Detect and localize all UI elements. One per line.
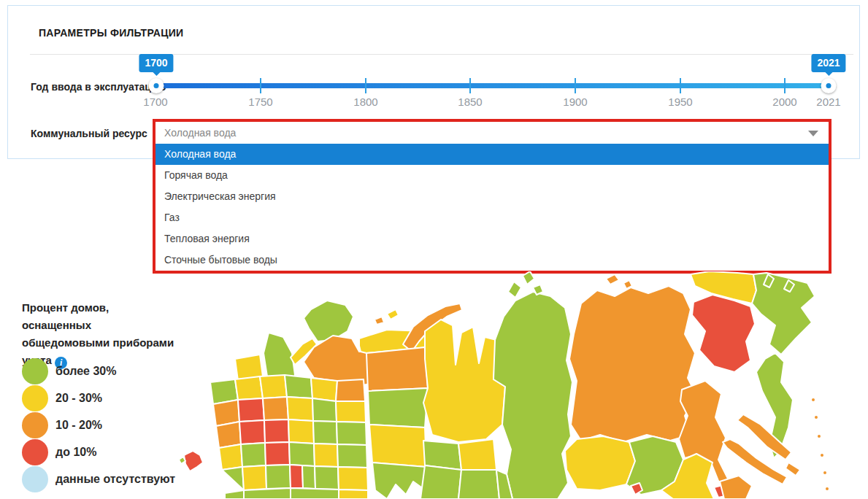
map-region[interactable] [493,292,572,499]
slider-tick [260,78,261,93]
map-region[interactable] [786,463,800,476]
map-region[interactable] [265,442,290,465]
slider-track[interactable] [155,83,829,88]
legend-swatch [22,439,48,465]
legend-label: более 30% [55,358,116,384]
map-region[interactable] [314,444,338,467]
map-region[interactable] [244,488,291,499]
map-region[interactable] [369,425,426,467]
dropdown-option[interactable]: Сточные бытовые воды [155,250,829,271]
map-region[interactable] [339,490,368,499]
map-region[interactable] [311,378,337,401]
legend-swatch [22,412,48,438]
map-region[interactable] [337,444,367,468]
map-region[interactable] [606,274,619,285]
legend-label: 10 - 20% [55,412,102,438]
map-region[interactable] [260,375,287,398]
map-region[interactable] [290,465,303,488]
map-region[interactable] [291,488,339,499]
map-region[interactable] [238,398,264,422]
map-region[interactable] [523,271,534,285]
map-region[interactable] [239,420,265,444]
dropdown-option[interactable]: Тепловая энергия [155,228,829,250]
map-region[interactable] [336,401,366,422]
legend-label: до 10% [55,439,96,465]
panel-title: ПАРАМЕТРЫ ФИЛЬТРАЦИИ [39,27,183,39]
resource-select-value: Холодная вода [164,122,236,144]
dropdown-option[interactable]: Горячая вода [155,165,829,186]
map-region[interactable] [285,375,312,398]
map-region[interactable] [368,388,428,428]
map-region[interactable] [312,398,337,422]
dropdown-option[interactable]: Холодная вода [155,144,829,165]
map-region[interactable] [508,282,521,298]
tick-label: 2000 [772,96,796,108]
map-region[interactable] [692,295,755,372]
map-region[interactable] [825,487,829,491]
map-region[interactable] [387,309,399,320]
map-region[interactable] [289,442,315,466]
map-region[interactable] [565,436,635,490]
map-region[interactable] [820,453,824,457]
map-region[interactable] [814,415,818,419]
legend-label: данные отсутствуют [55,466,175,492]
tick-label: 1800 [353,96,377,108]
map-region[interactable] [817,434,821,438]
map-region[interactable] [216,422,241,448]
map-region[interactable] [266,465,291,489]
map-region[interactable] [179,457,185,464]
slider-tick [784,78,786,93]
page: ПАРАМЕТРЫ ФИЛЬТРАЦИИ Год ввода в эксплуа… [0,0,868,499]
resource-select[interactable]: Холодная вода [155,122,829,144]
map-region[interactable] [241,443,266,467]
map-region[interactable] [336,379,365,401]
slider-tick [575,78,576,93]
slider-tick [365,78,366,93]
map-region[interactable] [184,451,203,471]
tick-label: 1850 [458,96,482,108]
map-region[interactable] [420,465,461,499]
map-region[interactable] [288,419,314,444]
map-region[interactable] [222,467,244,499]
map-region[interactable] [569,286,696,442]
legend-swatch [22,466,48,492]
slider-tick [469,78,471,93]
legend-label: 20 - 30% [55,385,102,411]
slider-handle-min[interactable] [149,78,164,93]
map-region[interactable] [337,422,366,445]
map-region[interactable] [264,419,289,443]
slider-handle-max[interactable] [821,78,837,93]
map-region[interactable] [338,467,368,490]
annotation-highlight: Холодная вода Холодная вода Горячая вода… [153,119,831,274]
map-region[interactable] [315,466,339,490]
resource-dropdown-list: Холодная вода Горячая вода Электрическая… [155,144,829,271]
year-filter-label: Год ввода в эксплуатацию [31,81,166,93]
map-region[interactable] [242,465,266,490]
map-region[interactable] [423,320,505,442]
map-region[interactable] [313,421,337,444]
russia-map[interactable] [168,271,868,499]
map-region[interactable] [458,470,499,499]
map-region[interactable] [823,471,827,475]
map-region[interactable] [752,273,815,355]
tick-label: 1700 [143,96,167,108]
tick-label: 1950 [668,96,692,108]
dropdown-option[interactable]: Электрическая энергия [155,186,829,207]
legend-swatch [22,385,48,411]
map-region[interactable] [458,439,496,470]
slider-tick [680,78,681,93]
map-region[interactable] [235,376,263,400]
map-region[interactable] [304,301,353,341]
tick-label: 1900 [563,96,587,108]
map-region[interactable] [287,397,313,421]
map-region[interactable] [302,465,315,489]
map-region[interactable] [372,463,426,499]
map-region[interactable] [811,398,815,402]
tick-label: 2021 [816,96,840,108]
map-region[interactable] [263,397,288,420]
dropdown-option[interactable]: Газ [155,207,829,228]
map-region[interactable] [375,317,384,325]
map-region[interactable] [219,444,242,470]
map-region[interactable] [366,347,428,391]
year-range-slider[interactable]: 1700 1750 1800 1850 1900 1950 2000 2021 … [155,83,829,115]
